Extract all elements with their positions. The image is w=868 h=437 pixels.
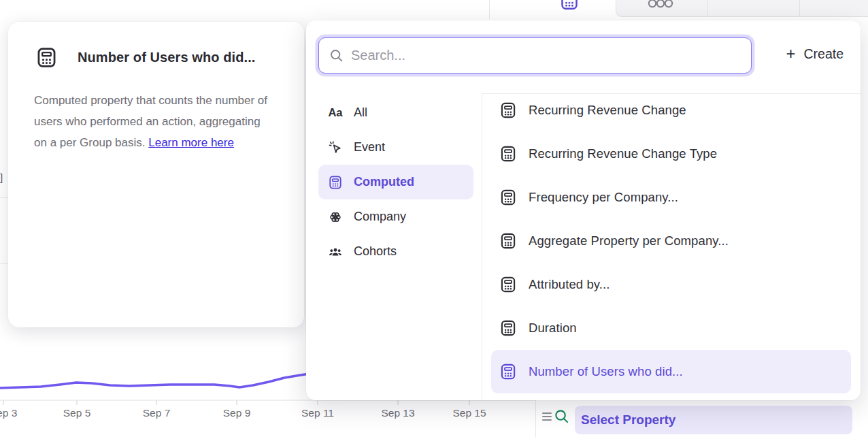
plus-icon: +	[786, 46, 795, 62]
select-property-button[interactable]: Select Property	[575, 406, 852, 434]
search-icon	[329, 48, 344, 63]
property-item[interactable]: Frequency per Company...	[491, 176, 851, 219]
category-all[interactable]: Aa All	[318, 95, 473, 130]
category-cohorts[interactable]: Cohorts	[318, 234, 473, 269]
cohorts-icon	[328, 244, 343, 259]
calculator-icon	[35, 46, 58, 69]
calculator-icon	[559, 0, 580, 11]
tooltip-title: Number of Users who did...	[78, 50, 256, 65]
x-axis-label: Sep 7	[143, 407, 171, 419]
calculator-icon	[328, 175, 343, 190]
property-item[interactable]: Duration	[491, 306, 851, 350]
calculator-icon	[499, 319, 517, 337]
screen: Sep 3 Sep 5 Sep 7 Sep 9 Sep 11 Sep 13 Se…	[0, 0, 868, 437]
category-event[interactable]: Event	[318, 130, 473, 165]
create-button-label: Create	[803, 46, 844, 62]
partial-icon	[835, 0, 844, 17]
property-item[interactable]: Recurring Revenue Change Type	[491, 132, 851, 176]
select-property-label: Select Property	[581, 412, 675, 427]
property-item[interactable]: Recurring Revenue Change	[491, 88, 851, 132]
tab-strip	[490, 0, 868, 17]
event-cursor-icon	[328, 140, 343, 155]
tab-4[interactable]	[799, 0, 868, 17]
property-item[interactable]: Attributed by...	[491, 263, 851, 306]
calculator-icon	[499, 232, 517, 250]
x-axis-label: Sep 5	[63, 407, 91, 419]
x-axis-label: Sep 15	[452, 407, 486, 419]
property-item-highlighted[interactable]: Number of Users who did...	[491, 350, 851, 393]
dots-icon	[647, 0, 674, 17]
x-axis-label: Sep 11	[301, 407, 334, 419]
property-item[interactable]: Aggregate Property per Company...	[491, 219, 851, 263]
x-axis-label: Sep 3	[0, 407, 17, 419]
calculator-icon	[499, 363, 517, 381]
drag-handle-icon[interactable]	[542, 412, 552, 423]
learn-more-link[interactable]: Learn more here	[148, 136, 234, 149]
tooltip-header: Number of Users who did...	[8, 22, 304, 69]
calculator-icon	[499, 101, 517, 119]
search-input-wrapper	[318, 37, 752, 74]
x-axis-label: Sep 9	[223, 407, 251, 419]
divider	[535, 400, 536, 437]
divider	[482, 93, 482, 400]
create-button[interactable]: + Create	[786, 46, 844, 62]
category-list: Aa All Event Computed Company Cohorts	[318, 95, 473, 269]
company-icon	[328, 210, 343, 225]
curve-icon	[737, 0, 767, 17]
property-tooltip-card: Number of Users who did... Computed prop…	[8, 22, 304, 327]
property-picker-panel: + Create Aa All Event Computed Company	[306, 20, 861, 400]
search-input[interactable]	[351, 48, 741, 63]
calculator-icon	[499, 145, 517, 163]
x-axis-label: Sep 13	[381, 407, 414, 419]
category-company[interactable]: Company	[318, 199, 473, 234]
property-list: Recurring Revenue Change Recurring Reven…	[491, 88, 851, 393]
tooltip-description: Computed property that counts the number…	[34, 90, 273, 153]
text-format-icon: Aa	[328, 106, 343, 120]
category-computed[interactable]: Computed	[318, 165, 473, 199]
left-edge-fragment: ]	[0, 172, 3, 183]
calculator-icon	[499, 189, 517, 206]
tab-2[interactable]	[616, 0, 707, 17]
calculator-icon	[499, 276, 517, 293]
tab-computed-active[interactable]	[524, 0, 616, 17]
search-icon-green	[554, 408, 569, 424]
tab-3[interactable]	[707, 0, 799, 17]
query-builder-row: Select Property	[536, 400, 868, 437]
